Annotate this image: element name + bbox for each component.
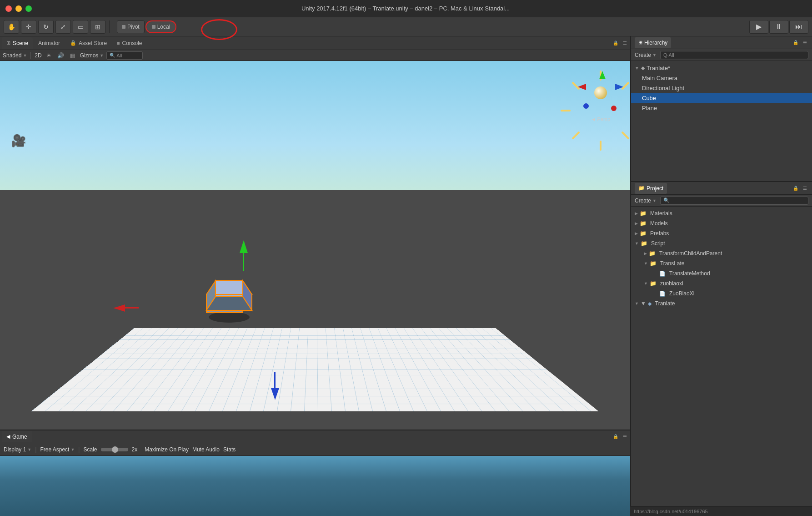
2d-button[interactable]: 2D — [35, 52, 41, 59]
rotate-tool-button[interactable]: ↻ — [38, 20, 54, 34]
project-menu-button[interactable]: ☰ — [801, 185, 808, 192]
project-search[interactable]: 🔍 — [660, 197, 808, 205]
z-axis-arrow — [271, 372, 279, 400]
step-icon: ⏭ — [795, 23, 802, 31]
tab-menu-button[interactable]: ☰ — [621, 40, 628, 47]
tab-extras: 🔒 ☰ — [612, 40, 628, 47]
window-title: Unity 2017.4.12f1 (64bit) – Tranlate.uni… — [32, 5, 779, 12]
shaded-dropdown[interactable]: Shaded ▼ — [3, 52, 27, 59]
local-button[interactable]: Local — [145, 20, 177, 33]
sun-ray-7 — [561, 110, 571, 111]
tab-project[interactable]: 📁 Project — [635, 183, 667, 194]
close-button[interactable] — [5, 5, 12, 12]
search-icon: 🔍 — [110, 53, 115, 58]
gizmo-widget[interactable] — [578, 70, 623, 116]
scene-viewport[interactable]: 🎥 — [0, 61, 630, 430]
minimize-button[interactable] — [15, 5, 22, 12]
maximize-button[interactable] — [25, 5, 32, 12]
camera-icon: 🎥 — [11, 134, 26, 148]
tab-animator[interactable]: Animator — [34, 37, 65, 49]
stats-label[interactable]: Stats — [223, 446, 236, 453]
hierarchy-lock-button[interactable]: 🔒 — [792, 39, 799, 46]
gizmo-x-arrow — [578, 84, 586, 90]
scale-slider[interactable] — [101, 448, 128, 451]
hierarchy-item-directional-light[interactable]: Directional Light — [631, 83, 812, 93]
local-label: Local — [157, 24, 170, 30]
scene-icon: ▼ — [641, 300, 646, 307]
svg-point-0 — [209, 312, 250, 323]
project-item-tranlate-bottom[interactable]: ▼▼ ◆Tranlate — [631, 298, 812, 309]
game-menu-button[interactable]: ☰ — [621, 433, 628, 440]
hand-tool-button[interactable]: ✋ — [4, 20, 19, 34]
audio-icon[interactable]: 🔊 — [56, 51, 65, 60]
tab-asset-store[interactable]: 🔒 Asset Store — [65, 37, 111, 49]
hierarchy-item-tranlate[interactable]: ▼◆Tranlate* — [631, 63, 812, 73]
hierarchy-create-button[interactable]: Create ▼ — [635, 52, 657, 58]
transform-tool-button[interactable]: ⊞ — [90, 20, 105, 34]
project-item-label: TransLate — [660, 260, 685, 267]
sun-icon[interactable]: ☀ — [45, 51, 54, 60]
unity-icon: ◆ — [648, 301, 652, 307]
hierarchy-menu-button[interactable]: ☰ — [801, 39, 808, 46]
create-arrow-icon: ▼ — [652, 53, 657, 57]
project-lock-button[interactable]: 🔒 — [792, 185, 799, 192]
gizmo-z-dot — [583, 103, 589, 109]
tab-game[interactable]: ◀ Game — [2, 431, 32, 442]
hierarchy-tab-icon: ⊞ — [638, 40, 642, 46]
folder-icon: 📁 — [640, 230, 647, 237]
script-icon: 📄 — [659, 291, 666, 297]
step-button[interactable]: ⏭ — [789, 20, 808, 34]
toolbar-sep — [30, 52, 31, 59]
display-dropdown[interactable]: Display 1 ▼ — [4, 446, 31, 453]
hierarchy-search[interactable]: Q·All — [660, 51, 808, 59]
fx-icon[interactable]: ▦ — [68, 51, 77, 60]
project-item-label: TransformChildAndParent — [659, 250, 722, 257]
project-item-models[interactable]: ▶📁Models — [631, 218, 812, 228]
gizmos-dropdown[interactable]: Gizmos ▼ — [80, 52, 104, 59]
project-tab-icon: 📁 — [638, 185, 645, 191]
mute-audio-label[interactable]: Mute Audio — [192, 446, 220, 453]
project-item-translatemethod[interactable]: 📄TranslateMethod — [631, 268, 812, 278]
project-item-script[interactable]: ▼📁Script — [631, 238, 812, 248]
project-item-transformchildandparent[interactable]: ▶📁TransformChildAndParent — [631, 248, 812, 258]
aspect-dropdown[interactable]: Free Aspect ▼ — [40, 446, 75, 453]
hierarchy-item-cube[interactable]: Cube — [631, 93, 812, 103]
scene-search-placeholder: All — [116, 53, 122, 58]
rect-tool-button[interactable]: ▭ — [73, 20, 88, 34]
scene-search[interactable]: 🔍 All — [106, 51, 143, 60]
scene-canvas: 🎥 — [0, 61, 630, 430]
project-item-zuobiaoxi[interactable]: ▼📁zuobiaoxi — [631, 278, 812, 288]
project-create-button[interactable]: Create ▼ — [635, 197, 657, 204]
play-button[interactable]: ▶ — [749, 20, 768, 34]
pause-button[interactable]: ⏸ — [769, 20, 788, 34]
right-panel: ⊞ Hierarchy 🔒 ☰ Create ▼ Q·All ▼◆Tranlat… — [630, 36, 812, 516]
hierarchy-tab-label: Hierarchy — [644, 40, 667, 46]
gizmo-persp-label[interactable]: ◄ Persp — [591, 116, 611, 122]
game-lock-button[interactable]: 🔒 — [612, 433, 619, 440]
2d-label: 2D — [35, 52, 41, 59]
play-controls: ▶ ⏸ ⏭ — [749, 20, 808, 34]
tab-lock-button[interactable]: 🔒 — [612, 40, 619, 47]
cube-object[interactable] — [202, 272, 256, 326]
gizmos-arrow-icon: ▼ — [100, 53, 104, 58]
project-item-prefabs[interactable]: ▶📁Prefabs — [631, 228, 812, 238]
project-item-label: Script — [651, 240, 665, 247]
hierarchy-item-plane[interactable]: Plane — [631, 103, 812, 113]
tab-scene[interactable]: ⊞ Scene — [2, 37, 33, 49]
x-axis-arrow — [113, 304, 139, 312]
project-item-zuobiaoxi-script[interactable]: 📄ZuoBiaoXi — [631, 288, 812, 298]
maximize-on-play-label[interactable]: Maximize On Play — [145, 446, 189, 453]
pivot-button[interactable]: Pivot — [117, 20, 145, 33]
tab-hierarchy[interactable]: ⊞ Hierarchy — [635, 37, 671, 48]
project-item-label: TranslateMethod — [669, 270, 710, 277]
project-item-materials[interactable]: ▶📁Materials — [631, 208, 812, 218]
scale-tool-button[interactable]: ⤢ — [55, 20, 71, 34]
hierarchy-item-main-camera[interactable]: Main Camera — [631, 73, 812, 83]
cube-svg — [202, 272, 256, 326]
move-tool-button[interactable]: ✛ — [21, 20, 36, 34]
scene-tab-icon: ⊞ — [6, 40, 10, 46]
project-item-translate[interactable]: ▼📁TransLate — [631, 258, 812, 268]
status-bar: https://blog.csdn.net/u014196765 — [630, 506, 812, 516]
gizmo-center — [594, 86, 607, 99]
tab-console[interactable]: ≡ Console — [112, 37, 146, 49]
